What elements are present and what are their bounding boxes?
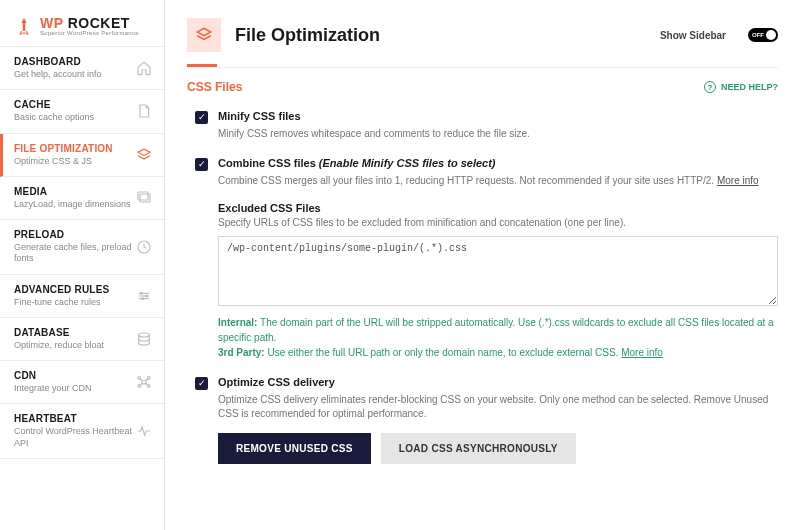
optimize-css-desc: Optimize CSS delivery eliminates render-… — [218, 393, 778, 421]
nav-item-preload[interactable]: PRELOADGenerate cache files, preload fon… — [0, 220, 164, 275]
minify-css-desc: Minify CSS removes whitespace and commen… — [218, 127, 778, 141]
section-title: CSS Files — [187, 80, 242, 94]
svg-point-7 — [139, 333, 150, 337]
page-title: File Optimization — [235, 25, 646, 46]
show-sidebar-toggle[interactable]: OFF — [748, 28, 778, 42]
nav-item-heartbeat[interactable]: HEARTBEATControl WordPress Heartbeat API — [0, 404, 164, 459]
svg-point-11 — [138, 385, 141, 388]
home-icon — [136, 60, 152, 76]
nav-list: DASHBOARDGet help, account info CACHEBas… — [0, 46, 164, 530]
combine-css-label: Combine CSS files (Enable Minify CSS fil… — [218, 157, 496, 169]
minify-css-checkbox[interactable]: ✓ — [195, 111, 208, 124]
remove-unused-css-button[interactable]: REMOVE UNUSED CSS — [218, 433, 371, 464]
clock-icon — [136, 239, 152, 255]
nav-item-dashboard[interactable]: DASHBOARDGet help, account info — [0, 46, 164, 90]
hint-3rd-party: 3rd Party: Use either the full URL path … — [218, 345, 778, 360]
network-icon — [136, 374, 152, 390]
excluded-css-textarea[interactable] — [218, 236, 778, 306]
nav-item-advanced-rules[interactable]: ADVANCED RULESFine-tune cache rules — [0, 275, 164, 318]
heartbeat-icon — [136, 423, 152, 439]
nav-item-database[interactable]: DATABASEOptimize, reduce bloat — [0, 318, 164, 361]
nav-item-media[interactable]: MEDIALazyLoad, image dimensions — [0, 177, 164, 220]
need-help-link[interactable]: ? NEED HELP? — [704, 81, 778, 93]
setting-minify-css: ✓ Minify CSS files Minify CSS removes wh… — [187, 110, 778, 141]
minify-css-label: Minify CSS files — [218, 110, 301, 122]
svg-point-9 — [138, 377, 141, 380]
nav-item-cdn[interactable]: CDNIntegrate your CDN — [0, 361, 164, 404]
database-icon — [136, 331, 152, 347]
hint-internal: Internal: The domain part of the URL wil… — [218, 315, 778, 345]
header-layers-icon — [187, 18, 221, 52]
hint-more-link[interactable]: More info — [621, 347, 663, 358]
svg-point-8 — [142, 380, 146, 384]
combine-css-checkbox[interactable]: ✓ — [195, 158, 208, 171]
optimize-css-checkbox[interactable]: ✓ — [195, 377, 208, 390]
setting-combine-css: ✓ Combine CSS files (Enable Minify CSS f… — [187, 157, 778, 360]
nav-item-cache[interactable]: CACHEBasic cache options — [0, 90, 164, 133]
svg-point-10 — [147, 377, 150, 380]
content-area: CSS Files ? NEED HELP? ✓ Minify CSS file… — [165, 68, 800, 530]
rocket-icon — [14, 16, 34, 36]
svg-point-6 — [142, 297, 144, 299]
main-panel: File Optimization Show Sidebar OFF CSS F… — [165, 0, 800, 530]
svg-point-5 — [146, 295, 148, 297]
layers-icon — [136, 147, 152, 163]
images-icon — [136, 190, 152, 206]
load-css-async-button[interactable]: LOAD CSS ASYNCHRONOUSLY — [381, 433, 576, 464]
optimize-css-label: Optimize CSS delivery — [218, 376, 335, 388]
excluded-css-desc: Specify URLs of CSS files to be excluded… — [218, 217, 778, 228]
file-icon — [136, 103, 152, 119]
logo: WP ROCKET Superior WordPress Performance — [0, 0, 164, 46]
combine-more-link[interactable]: More info — [717, 175, 759, 186]
svg-point-4 — [140, 292, 142, 294]
excluded-css-title: Excluded CSS Files — [218, 202, 778, 214]
svg-rect-0 — [23, 23, 26, 31]
sidebar: WP ROCKET Superior WordPress Performance… — [0, 0, 165, 530]
page-header: File Optimization Show Sidebar OFF — [165, 0, 800, 56]
excluded-css-block: Excluded CSS Files Specify URLs of CSS f… — [218, 202, 778, 360]
show-sidebar-label: Show Sidebar — [660, 30, 726, 41]
combine-css-desc: Combine CSS merges all your files into 1… — [218, 174, 778, 188]
setting-optimize-css: ✓ Optimize CSS delivery Optimize CSS del… — [187, 376, 778, 464]
help-icon: ? — [704, 81, 716, 93]
sliders-icon — [136, 288, 152, 304]
svg-point-12 — [147, 385, 150, 388]
nav-item-file-optimization[interactable]: FILE OPTIMIZATIONOptimize CSS & JS — [0, 134, 164, 177]
